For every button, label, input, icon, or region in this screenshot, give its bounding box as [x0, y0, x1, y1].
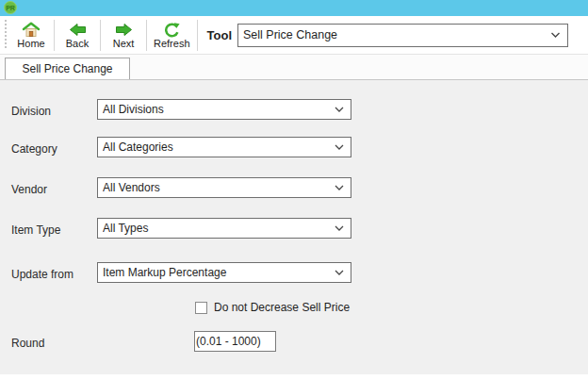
next-button[interactable]: Next: [104, 17, 143, 53]
category-select[interactable]: All Categories: [97, 137, 351, 157]
division-select-value: All Divisions: [103, 103, 351, 116]
tab-strip: Sell Price Change: [0, 54, 588, 80]
toolbar-separator: [146, 20, 147, 51]
form-row-vendor: Vendor All Vendors: [0, 177, 588, 198]
chevron-down-icon: [335, 270, 344, 275]
tab-label: Sell Price Change: [22, 62, 112, 75]
vendor-select[interactable]: All Vendors: [97, 177, 351, 198]
form-row-round: Round (0.01 - 1000): [0, 331, 588, 352]
home-button[interactable]: Home: [11, 17, 51, 53]
item-type-select-value: All Types: [103, 222, 351, 235]
tool-select[interactable]: Sell Price Change: [237, 24, 568, 47]
refresh-button[interactable]: Refresh: [150, 17, 194, 53]
content-panel: Division All Divisions Category All Cate…: [0, 80, 588, 374]
do-not-decrease-checkbox[interactable]: [195, 302, 207, 314]
chevron-down-icon: [335, 144, 344, 150]
toolbar-separator: [54, 20, 55, 51]
update-from-select-value: Item Markup Percentage: [103, 266, 351, 279]
toolbar: Home Back Next Refresh Tool S: [0, 16, 588, 54]
form-row-item-type: Item Type All Types: [0, 218, 588, 239]
next-icon: [115, 22, 133, 38]
vendor-label: Vendor: [11, 180, 97, 196]
form-row-category: Category All Categories: [0, 137, 588, 157]
category-select-value: All Categories: [103, 140, 351, 154]
chevron-down-icon: [550, 32, 561, 39]
toolbar-separator: [197, 20, 198, 51]
category-label: Category: [11, 140, 97, 156]
title-bar: PR: [0, 0, 588, 16]
window-bottom-edge: [0, 374, 588, 380]
back-icon: [69, 22, 87, 38]
refresh-icon: [163, 22, 180, 38]
app-logo: PR: [4, 1, 17, 14]
home-icon: [22, 22, 41, 38]
next-button-label: Next: [113, 39, 135, 49]
back-button[interactable]: Back: [57, 17, 97, 53]
do-not-decrease-label: Do not Decrease Sell Price: [214, 301, 350, 314]
tool-label: Tool: [207, 28, 232, 42]
refresh-button-label: Refresh: [154, 39, 190, 49]
round-range-hint: (0.01 - 1000): [196, 335, 261, 348]
item-type-label: Item Type: [11, 221, 97, 237]
update-from-select[interactable]: Item Markup Percentage: [97, 262, 351, 283]
vendor-select-value: All Vendors: [103, 181, 351, 194]
division-label: Division: [11, 102, 97, 118]
toolbar-grip[interactable]: [4, 20, 8, 50]
item-type-select[interactable]: All Types: [97, 218, 351, 239]
chevron-down-icon: [335, 107, 344, 112]
toolbar-separator: [100, 20, 101, 51]
form-row-update-from: Update from Item Markup Percentage: [0, 262, 588, 283]
chevron-down-icon: [335, 185, 344, 190]
tool-select-value: Sell Price Change: [243, 28, 567, 41]
tab-sell-price-change[interactable]: Sell Price Change: [5, 58, 130, 79]
round-label: Round: [11, 334, 97, 350]
home-button-label: Home: [17, 39, 44, 49]
back-button-label: Back: [66, 39, 89, 49]
division-select[interactable]: All Divisions: [97, 99, 351, 120]
chevron-down-icon: [335, 225, 344, 231]
do-not-decrease-row: Do not Decrease Sell Price: [195, 301, 350, 314]
form-row-division: Division All Divisions: [0, 99, 588, 120]
update-from-label: Update from: [11, 265, 97, 281]
